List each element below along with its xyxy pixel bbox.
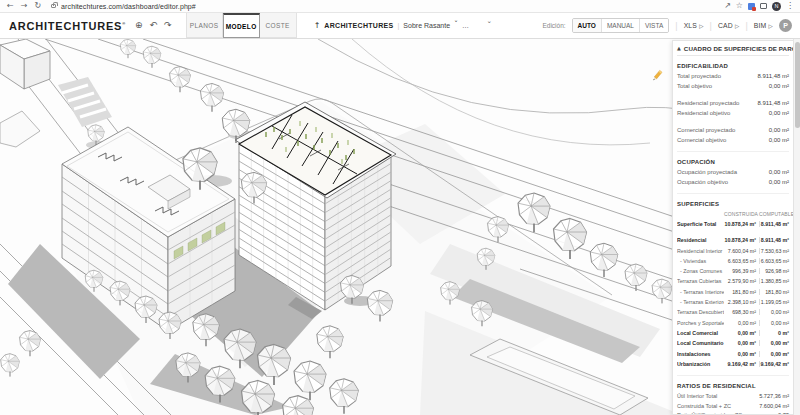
section-edificabilidad: EDIFICABILIDAD Total proyectado8.911,48 … bbox=[677, 56, 789, 152]
table-row: Ocupación proyectada0,00 m² bbox=[677, 169, 789, 179]
row-construida: 2.579,90 m² bbox=[724, 278, 756, 284]
row-construida: 0,00 m² bbox=[724, 351, 756, 357]
table-row: - Terrazas Interiores181,80 m²181,80 m² bbox=[677, 289, 789, 299]
row-construida: 0,00 m² bbox=[724, 340, 756, 346]
row-label: Porches y Soportales bbox=[677, 320, 724, 326]
browser-menu-icon[interactable]: ⋮ bbox=[786, 2, 794, 10]
row-value: 5.727,36 m² bbox=[759, 393, 789, 399]
row-construida: 9.169,42 m² bbox=[724, 361, 756, 367]
share-icon[interactable]: ↗ bbox=[724, 2, 731, 10]
panel-header[interactable]: ▲ CUADRO DE SUPERFICIES DE PARCELA bbox=[677, 41, 789, 56]
table-row: Total proyectado8.911,48 m² bbox=[677, 73, 789, 83]
address-bar[interactable]: architechtures.com/dashboard/editor.php# bbox=[61, 3, 196, 10]
table-row: Útil Interior Total5.727,36 m² bbox=[677, 393, 789, 403]
browser-back-icon[interactable]: ← bbox=[7, 2, 14, 10]
row-construida: 6.603,65 m² bbox=[724, 258, 756, 264]
page-scrollbar[interactable] bbox=[793, 39, 800, 415]
section-ocupacion: OCUPACIÓN Ocupación proyectada0,00 m²Ocu… bbox=[677, 152, 789, 194]
row-label: Total proyectado bbox=[677, 73, 721, 79]
row-label: Local Comunitario bbox=[677, 340, 724, 346]
user-avatar[interactable]: P bbox=[779, 19, 792, 32]
export-arrow-icon: ▷ bbox=[735, 23, 739, 29]
export-xls-button[interactable]: XLS ▷ bbox=[684, 22, 704, 29]
export-cad-button[interactable]: CAD ▷ bbox=[718, 22, 739, 29]
export-arrow-icon: ▷ bbox=[769, 23, 773, 29]
bookmark-star-icon[interactable]: ☆ bbox=[736, 2, 743, 10]
mode-vista[interactable]: VISTA bbox=[639, 19, 668, 32]
row-computable: 6.603,65 m² bbox=[759, 258, 789, 264]
row-label: Urbanización bbox=[677, 361, 724, 367]
table-column-headers: CONSTRUIDA COMPUTABLE bbox=[677, 211, 789, 220]
row-label: Superficie Total bbox=[677, 221, 724, 227]
level-caret-icon[interactable]: ˇ bbox=[454, 24, 458, 28]
row-computable: 0,00 m² bbox=[759, 320, 789, 326]
browser-chrome: ← → ↻ architechtures.com/dashboard/edito… bbox=[0, 0, 800, 13]
zoom-extents-icon[interactable]: ⊕ bbox=[135, 21, 143, 30]
section-title: OCUPACIÓN bbox=[677, 159, 789, 165]
col-construida: CONSTRUIDA bbox=[724, 211, 756, 217]
row-value: 8.911,48 m² bbox=[757, 100, 789, 106]
surface-table-panel[interactable]: ▲ CUADRO DE SUPERFICIES DE PARCELA EDIFI… bbox=[672, 40, 793, 415]
pencil-cursor-icon bbox=[650, 69, 664, 83]
table-row: Comercial proyectado0,00 m² bbox=[677, 127, 789, 137]
section-superficies: SUPERFICIES CONSTRUIDA COMPUTABLE Superf… bbox=[677, 194, 789, 376]
mode-manual[interactable]: MANUAL bbox=[601, 19, 639, 32]
breadcrumb: ↑ ARCHITECHTURES | Sobre Rasante ˇ … bbox=[314, 13, 469, 38]
breadcrumb-more[interactable]: … bbox=[462, 22, 469, 29]
row-label: Ocupación objetivo bbox=[677, 179, 728, 185]
browser-profile-avatar[interactable]: N bbox=[772, 2, 781, 11]
main-tabs: PLANOS MODELO COSTE bbox=[186, 13, 297, 38]
tab-modelo[interactable]: MODELO bbox=[223, 13, 260, 38]
row-label: Residencial objetivo bbox=[677, 110, 730, 116]
row-label: - Zonas Comunes bbox=[677, 268, 724, 274]
row-computable: 9.169,42 m² bbox=[759, 361, 789, 367]
level-selector[interactable]: Sobre Rasante bbox=[403, 22, 450, 29]
row-construida: 0,00 m² bbox=[724, 330, 756, 336]
export-bim-button[interactable]: BIM ▷ bbox=[754, 22, 773, 29]
tab-coste[interactable]: COSTE bbox=[260, 13, 297, 38]
row-construida: 996,39 m² bbox=[724, 268, 756, 274]
row-value: 0,00 m² bbox=[769, 137, 789, 143]
redo-icon[interactable]: ↷ bbox=[164, 21, 172, 30]
row-value: 7.600,04 m² bbox=[759, 403, 789, 409]
row-construida: 7.600,04 m² bbox=[724, 248, 756, 254]
row-label: Comercial proyectado bbox=[677, 127, 735, 133]
table-row: - Zonas Comunes996,39 m²926,98 m² bbox=[677, 268, 789, 278]
row-label: Residencial proyectado bbox=[677, 100, 739, 106]
row-label: Terrazas Cubiertas bbox=[677, 278, 724, 284]
browser-forward-icon[interactable]: → bbox=[21, 2, 28, 10]
side-panel-icon[interactable] bbox=[760, 3, 767, 9]
collapse-icon[interactable]: ▲ bbox=[677, 45, 681, 51]
row-label: - Terrazas Exteriores bbox=[677, 299, 724, 305]
level-up-icon[interactable]: ↑ bbox=[314, 21, 321, 30]
table-row: Local Comunitario0,00 m²0,00 m² bbox=[677, 340, 789, 350]
table-row: Residencial proyectado8.911,48 m² bbox=[677, 100, 789, 110]
browser-reload-icon[interactable]: ↻ bbox=[34, 2, 41, 10]
row-computable: 0,00 m² bbox=[759, 340, 789, 346]
row-computable: 0,00 m² bbox=[759, 351, 789, 357]
table-row: Construida Total + ZC7.600,04 m² bbox=[677, 403, 789, 413]
breadcrumb-project[interactable]: ARCHITECHTURES bbox=[324, 22, 393, 29]
section-title: RATIOS DE RESIDENCIAL bbox=[677, 383, 789, 389]
tab-planos[interactable]: PLANOS bbox=[186, 13, 223, 38]
extension-icon[interactable] bbox=[748, 3, 755, 10]
3d-viewport[interactable]: ▲ CUADRO DE SUPERFICIES DE PARCELA EDIFI… bbox=[0, 39, 800, 415]
mode-auto[interactable]: AUTO bbox=[573, 19, 601, 32]
row-value: 0,00 m² bbox=[769, 83, 789, 89]
row-label: Ocupación proyectada bbox=[677, 169, 737, 175]
table-row: Porches y Soportales0,00 m²0,00 m² bbox=[677, 320, 789, 330]
undo-icon[interactable]: ↶ bbox=[150, 21, 158, 30]
edition-label: Edición: bbox=[542, 22, 565, 29]
row-label: Local Comercial bbox=[677, 330, 724, 336]
scrollbar-thumb[interactable] bbox=[795, 42, 800, 128]
row-label: Residencial Interior bbox=[677, 248, 724, 254]
row-label: Comercial objetivo bbox=[677, 137, 726, 143]
panel-title: CUADRO DE SUPERFICIES DE PARCELA bbox=[684, 45, 793, 52]
row-value: 0,00 m² bbox=[769, 110, 789, 116]
row-computable: 8.911,48 m² bbox=[759, 221, 789, 227]
row-construida: 0,00 m² bbox=[724, 320, 756, 326]
row-computable: 181,80 m² bbox=[759, 289, 789, 295]
row-value: 8.911,48 m² bbox=[757, 73, 789, 79]
row-computable: 7.530,63 m² bbox=[759, 248, 789, 254]
toolbar-caret-icon[interactable]: ˇ bbox=[487, 21, 492, 31]
